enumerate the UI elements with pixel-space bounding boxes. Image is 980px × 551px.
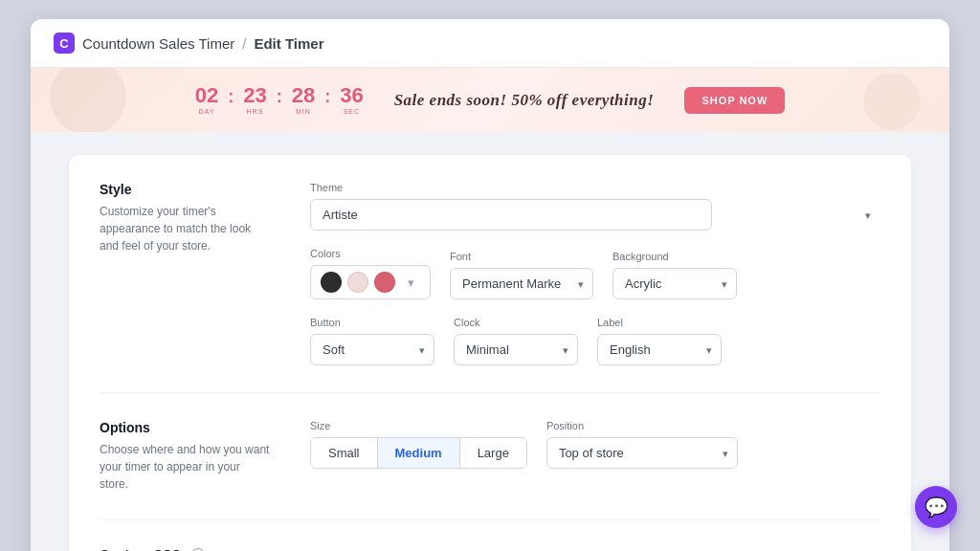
font-label: Font	[450, 251, 593, 262]
countdown-hours: 23 HRS	[243, 85, 266, 115]
button-field: Button Soft ▾	[310, 317, 434, 365]
style-section: Style Customize your timer's appearance …	[100, 182, 880, 393]
main-content: Style Customize your timer's appearance …	[31, 132, 949, 551]
sep-1: :	[228, 87, 234, 107]
label-field: Label English ▾	[597, 317, 722, 365]
app-logo: C	[54, 33, 75, 54]
style-heading: Style	[100, 182, 272, 197]
breadcrumb-separator: /	[242, 35, 246, 52]
theme-chevron-icon: ▾	[865, 209, 871, 221]
size-small-button[interactable]: Small	[311, 438, 378, 468]
settings-card: Style Customize your timer's appearance …	[69, 155, 911, 551]
background-select[interactable]: Acrylic	[612, 268, 737, 299]
clock-select[interactable]: Minimal	[454, 334, 578, 365]
app-window: C Countdown Sales Timer / Edit Timer 02 …	[31, 19, 949, 551]
size-position-row: Size Small Medium Large Position	[310, 420, 880, 469]
position-select[interactable]: Top of store	[546, 437, 738, 469]
background-label: Background	[612, 251, 737, 262]
countdown-minutes: 28 MIN	[292, 85, 315, 115]
size-button-group: Small Medium Large	[310, 437, 527, 469]
chat-button[interactable]: 💬	[915, 486, 957, 528]
banner-message: Sale ends soon! 50% off everything!	[394, 91, 655, 110]
theme-select[interactable]: Artiste	[310, 199, 712, 231]
colors-field: Colors ▾	[310, 248, 431, 299]
header: C Countdown Sales Timer / Edit Timer	[31, 19, 949, 68]
countdown-display: 02 DAY : 23 HRS : 28 MIN : 36 SEC	[195, 85, 364, 115]
sep-3: :	[324, 87, 330, 107]
button-select[interactable]: Soft	[310, 334, 434, 365]
position-field: Position Top of store ▾	[546, 420, 738, 469]
style-controls: Theme Artiste ▾ Colors	[310, 182, 880, 365]
button-label: Button	[310, 317, 434, 328]
app-name: Countdown Sales Timer	[82, 35, 234, 52]
position-select-wrapper: Top of store ▾	[546, 437, 738, 469]
options-controls: Size Small Medium Large Position	[310, 420, 880, 493]
theme-label: Theme	[310, 182, 880, 193]
custom-css-label-block: Custom CSS ?	[100, 547, 272, 551]
clock-label: Clock	[454, 317, 578, 328]
background-select-wrapper: Acrylic ▾	[612, 268, 737, 299]
label-select[interactable]: English	[597, 334, 722, 365]
options-section-label: Options Choose where and how you want yo…	[100, 420, 272, 493]
color-swatches: ▾	[310, 265, 431, 299]
timer-banner: 02 DAY : 23 HRS : 28 MIN : 36 SEC Sale e…	[31, 68, 949, 132]
colors-font-bg-row: Colors ▾ Font	[310, 248, 880, 299]
size-large-button[interactable]: Large	[460, 438, 526, 468]
background-field: Background Acrylic ▾	[612, 251, 737, 299]
sep-2: :	[277, 87, 282, 107]
options-heading: Options	[100, 420, 272, 435]
countdown-seconds: 36 SEC	[340, 85, 363, 115]
options-section: Options Choose where and how you want yo…	[100, 420, 880, 520]
colors-label: Colors	[310, 248, 431, 259]
custom-css-section: Custom CSS ? Enable CSS to add your own …	[100, 547, 880, 551]
button-select-wrapper: Soft ▾	[310, 334, 434, 365]
size-label: Size	[310, 420, 527, 431]
font-select-wrapper: Permanent Marker ▾	[450, 268, 593, 299]
style-section-label: Style Customize your timer's appearance …	[100, 182, 272, 365]
theme-select-wrapper: Artiste ▾	[310, 199, 880, 231]
label-label: Label	[597, 317, 722, 328]
label-select-wrapper: English ▾	[597, 334, 722, 365]
size-field: Size Small Medium Large	[310, 420, 527, 469]
theme-field: Theme Artiste ▾	[310, 182, 880, 231]
style-description: Customize your timer's appearance to mat…	[100, 203, 272, 254]
page-title: Edit Timer	[254, 35, 323, 52]
color-swatch-light[interactable]	[347, 272, 368, 293]
options-description: Choose where and how you want your timer…	[100, 441, 272, 493]
button-clock-label-row: Button Soft ▾ Clock	[310, 317, 880, 365]
position-label: Position	[546, 420, 738, 431]
clock-field: Clock Minimal ▾	[454, 317, 578, 365]
chat-icon: 💬	[924, 496, 948, 518]
color-swatch-pink[interactable]	[374, 272, 395, 293]
font-select[interactable]: Permanent Marker	[450, 268, 593, 299]
custom-css-heading: Custom CSS ?	[100, 547, 272, 551]
countdown-days: 02 DAY	[195, 85, 218, 115]
clock-select-wrapper: Minimal ▾	[454, 334, 578, 365]
font-field: Font Permanent Marker ▾	[450, 251, 593, 299]
color-swatch-dark[interactable]	[321, 272, 342, 293]
size-medium-button[interactable]: Medium	[378, 438, 460, 468]
shop-now-button[interactable]: Shop Now	[684, 87, 785, 114]
add-color-button[interactable]: ▾	[401, 273, 420, 292]
